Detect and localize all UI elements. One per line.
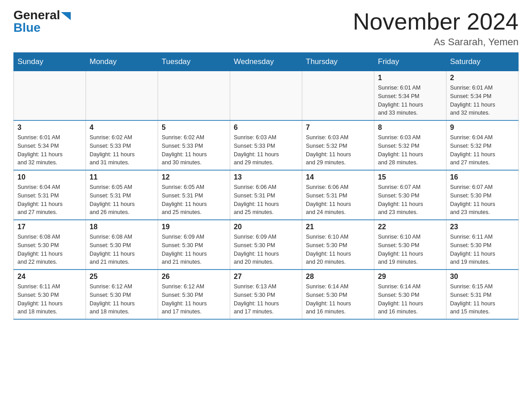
calendar-day-cell: 22Sunrise: 6:10 AMSunset: 5:30 PMDayligh… xyxy=(374,220,446,270)
calendar-day-cell: 27Sunrise: 6:13 AMSunset: 5:30 PMDayligh… xyxy=(230,270,302,319)
logo-triangle-icon xyxy=(61,12,71,20)
title-block: November 2024 As Sararah, Yemen xyxy=(353,9,519,48)
weekday-header-wednesday: Wednesday xyxy=(230,53,302,71)
day-info: Sunrise: 6:03 AMSunset: 5:32 PMDaylight:… xyxy=(306,133,370,167)
calendar-day-cell: 25Sunrise: 6:12 AMSunset: 5:30 PMDayligh… xyxy=(86,270,158,319)
day-info: Sunrise: 6:02 AMSunset: 5:33 PMDaylight:… xyxy=(90,133,154,167)
logo-general-text: General xyxy=(13,9,71,21)
day-info: Sunrise: 6:12 AMSunset: 5:30 PMDaylight:… xyxy=(90,283,154,316)
calendar-day-cell: 26Sunrise: 6:12 AMSunset: 5:30 PMDayligh… xyxy=(158,270,230,319)
day-number: 2 xyxy=(450,74,515,82)
day-number: 28 xyxy=(306,273,370,281)
calendar-body: 1Sunrise: 6:01 AMSunset: 5:34 PMDaylight… xyxy=(14,71,519,320)
calendar-day-cell: 4Sunrise: 6:02 AMSunset: 5:33 PMDaylight… xyxy=(86,120,158,170)
day-info: Sunrise: 6:03 AMSunset: 5:33 PMDaylight:… xyxy=(234,133,298,167)
calendar-day-cell: 3Sunrise: 6:01 AMSunset: 5:34 PMDaylight… xyxy=(14,120,86,170)
day-number: 27 xyxy=(234,273,298,281)
day-number: 17 xyxy=(17,223,82,231)
calendar-week-row: 17Sunrise: 6:08 AMSunset: 5:30 PMDayligh… xyxy=(14,220,519,270)
calendar-day-cell: 11Sunrise: 6:05 AMSunset: 5:31 PMDayligh… xyxy=(86,170,158,220)
day-info: Sunrise: 6:08 AMSunset: 5:30 PMDaylight:… xyxy=(90,233,154,266)
day-number: 14 xyxy=(306,173,370,181)
calendar-day-cell: 20Sunrise: 6:09 AMSunset: 5:30 PMDayligh… xyxy=(230,220,302,270)
svg-marker-0 xyxy=(61,12,71,20)
day-info: Sunrise: 6:05 AMSunset: 5:31 PMDaylight:… xyxy=(90,183,154,217)
weekday-header-tuesday: Tuesday xyxy=(158,53,230,71)
day-number: 24 xyxy=(17,273,82,281)
calendar-day-cell: 8Sunrise: 6:03 AMSunset: 5:32 PMDaylight… xyxy=(374,120,446,170)
location-subtitle: As Sararah, Yemen xyxy=(353,36,519,48)
calendar-week-row: 1Sunrise: 6:01 AMSunset: 5:34 PMDaylight… xyxy=(14,71,519,121)
day-number: 22 xyxy=(378,223,442,231)
weekday-header-sunday: Sunday xyxy=(14,53,86,71)
day-info: Sunrise: 6:13 AMSunset: 5:30 PMDaylight:… xyxy=(234,283,298,316)
calendar-day-cell: 12Sunrise: 6:05 AMSunset: 5:31 PMDayligh… xyxy=(158,170,230,220)
logo: General Blue xyxy=(13,9,71,35)
day-info: Sunrise: 6:09 AMSunset: 5:30 PMDaylight:… xyxy=(234,233,298,266)
weekday-header-saturday: Saturday xyxy=(446,53,519,71)
day-info: Sunrise: 6:15 AMSunset: 5:31 PMDaylight:… xyxy=(450,283,515,316)
day-info: Sunrise: 6:10 AMSunset: 5:30 PMDaylight:… xyxy=(306,233,370,266)
calendar-day-cell: 17Sunrise: 6:08 AMSunset: 5:30 PMDayligh… xyxy=(14,220,86,270)
day-number: 18 xyxy=(90,223,154,231)
day-info: Sunrise: 6:06 AMSunset: 5:31 PMDaylight:… xyxy=(234,183,298,217)
calendar-day-cell: 18Sunrise: 6:08 AMSunset: 5:30 PMDayligh… xyxy=(86,220,158,270)
calendar-day-cell: 14Sunrise: 6:06 AMSunset: 5:31 PMDayligh… xyxy=(302,170,374,220)
calendar-day-cell: 9Sunrise: 6:04 AMSunset: 5:32 PMDaylight… xyxy=(446,120,519,170)
calendar-day-cell: 15Sunrise: 6:07 AMSunset: 5:30 PMDayligh… xyxy=(374,170,446,220)
day-number: 29 xyxy=(378,273,442,281)
calendar-day-cell xyxy=(302,71,374,121)
day-info: Sunrise: 6:07 AMSunset: 5:30 PMDaylight:… xyxy=(450,183,515,217)
calendar-week-row: 3Sunrise: 6:01 AMSunset: 5:34 PMDaylight… xyxy=(14,120,519,170)
day-info: Sunrise: 6:01 AMSunset: 5:34 PMDaylight:… xyxy=(378,84,442,117)
calendar-day-cell: 2Sunrise: 6:01 AMSunset: 5:34 PMDaylight… xyxy=(446,71,519,121)
day-number: 6 xyxy=(234,124,298,132)
day-number: 23 xyxy=(450,223,515,231)
day-number: 7 xyxy=(306,124,370,132)
day-number: 13 xyxy=(234,173,298,181)
calendar-day-cell: 7Sunrise: 6:03 AMSunset: 5:32 PMDaylight… xyxy=(302,120,374,170)
logo-blue-text: Blue xyxy=(13,21,41,35)
day-info: Sunrise: 6:11 AMSunset: 5:30 PMDaylight:… xyxy=(450,233,515,266)
day-info: Sunrise: 6:05 AMSunset: 5:31 PMDaylight:… xyxy=(162,183,226,217)
day-number: 3 xyxy=(17,124,82,132)
calendar-week-row: 10Sunrise: 6:04 AMSunset: 5:31 PMDayligh… xyxy=(14,170,519,220)
day-number: 16 xyxy=(450,173,515,181)
day-number: 10 xyxy=(17,173,82,181)
day-number: 15 xyxy=(378,173,442,181)
weekday-header-row: SundayMondayTuesdayWednesdayThursdayFrid… xyxy=(14,53,519,71)
month-year-title: November 2024 xyxy=(353,9,519,34)
day-number: 9 xyxy=(450,124,515,132)
day-number: 19 xyxy=(162,223,226,231)
day-number: 21 xyxy=(306,223,370,231)
day-info: Sunrise: 6:06 AMSunset: 5:31 PMDaylight:… xyxy=(306,183,370,217)
day-info: Sunrise: 6:03 AMSunset: 5:32 PMDaylight:… xyxy=(378,133,442,167)
calendar-day-cell xyxy=(86,71,158,121)
day-info: Sunrise: 6:01 AMSunset: 5:34 PMDaylight:… xyxy=(450,84,515,117)
day-info: Sunrise: 6:14 AMSunset: 5:30 PMDaylight:… xyxy=(378,283,442,316)
calendar-day-cell: 23Sunrise: 6:11 AMSunset: 5:30 PMDayligh… xyxy=(446,220,519,270)
weekday-header-thursday: Thursday xyxy=(302,53,374,71)
day-info: Sunrise: 6:04 AMSunset: 5:31 PMDaylight:… xyxy=(17,183,82,217)
day-number: 20 xyxy=(234,223,298,231)
day-info: Sunrise: 6:12 AMSunset: 5:30 PMDaylight:… xyxy=(162,283,226,316)
calendar-day-cell: 16Sunrise: 6:07 AMSunset: 5:30 PMDayligh… xyxy=(446,170,519,220)
calendar-day-cell xyxy=(158,71,230,121)
day-info: Sunrise: 6:02 AMSunset: 5:33 PMDaylight:… xyxy=(162,133,226,167)
day-number: 12 xyxy=(162,173,226,181)
day-number: 11 xyxy=(90,173,154,181)
day-number: 25 xyxy=(90,273,154,281)
calendar-week-row: 24Sunrise: 6:11 AMSunset: 5:30 PMDayligh… xyxy=(14,270,519,319)
weekday-header-monday: Monday xyxy=(86,53,158,71)
day-info: Sunrise: 6:08 AMSunset: 5:30 PMDaylight:… xyxy=(17,233,82,266)
calendar-day-cell: 28Sunrise: 6:14 AMSunset: 5:30 PMDayligh… xyxy=(302,270,374,319)
day-info: Sunrise: 6:10 AMSunset: 5:30 PMDaylight:… xyxy=(378,233,442,266)
calendar-day-cell: 10Sunrise: 6:04 AMSunset: 5:31 PMDayligh… xyxy=(14,170,86,220)
day-info: Sunrise: 6:07 AMSunset: 5:30 PMDaylight:… xyxy=(378,183,442,217)
calendar-day-cell xyxy=(14,71,86,121)
day-number: 1 xyxy=(378,74,442,82)
page-header: General Blue November 2024 As Sararah, Y… xyxy=(13,9,519,48)
day-info: Sunrise: 6:11 AMSunset: 5:30 PMDaylight:… xyxy=(17,283,82,316)
day-number: 26 xyxy=(162,273,226,281)
calendar-day-cell: 21Sunrise: 6:10 AMSunset: 5:30 PMDayligh… xyxy=(302,220,374,270)
